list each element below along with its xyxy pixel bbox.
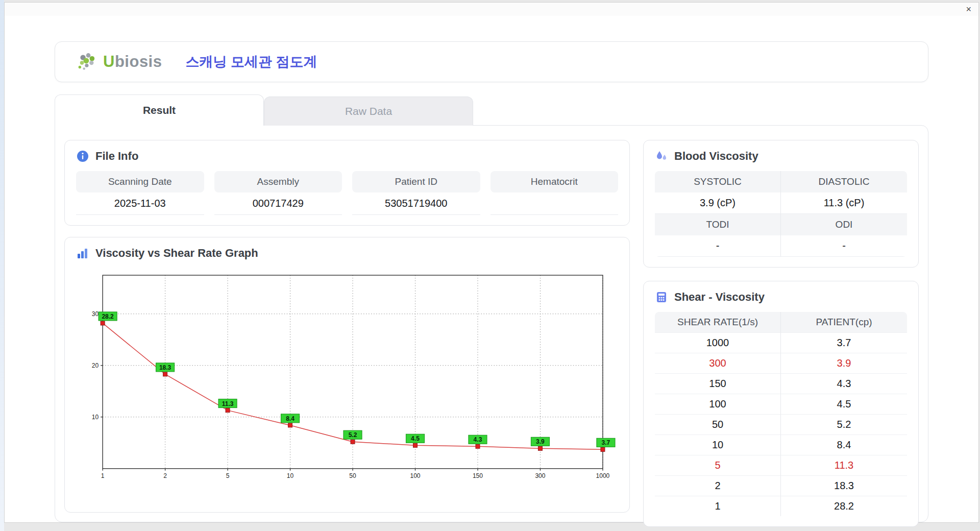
shear-viscosity-card: Shear - Viscosity SHEAR RATE(1/s) PATIEN… xyxy=(643,281,919,527)
field-assembly: Assembly 000717429 xyxy=(214,171,342,215)
field-label: Patient ID xyxy=(352,171,480,192)
viscosity-chart: 1020301251050100150300100028.218.311.38.… xyxy=(76,268,618,504)
blood-viscosity-header: Blood Viscosity xyxy=(655,150,907,163)
left-column: File Info Scanning Date 2025-11-03 Assem… xyxy=(64,140,630,513)
shear-viscosity-table: SHEAR RATE(1/s) PATIENT(cp) 1000 3.7 300… xyxy=(655,312,907,516)
field-hematocrit: Hematocrit xyxy=(491,171,619,215)
field-scanning-date: Scanning Date 2025-11-03 xyxy=(76,171,204,215)
bv-value-todi: - xyxy=(655,235,781,257)
sv-value: 3.9 xyxy=(781,353,907,373)
app-header: Ubiosis 스캐닝 모세관 점도계 xyxy=(55,41,928,82)
sv-value: 5.2 xyxy=(781,414,907,435)
sv-rate: 1 xyxy=(655,496,781,516)
field-label: Assembly xyxy=(214,171,342,192)
tab-raw-data[interactable]: Raw Data xyxy=(264,96,473,126)
tab-result[interactable]: Result xyxy=(55,94,264,126)
sv-rate: 50 xyxy=(655,414,781,435)
field-value: 2025-11-03 xyxy=(76,192,204,215)
sv-value: 28.2 xyxy=(781,496,907,516)
svg-text:8.4: 8.4 xyxy=(286,415,295,422)
sv-rate: 100 xyxy=(655,394,781,414)
field-value: 53051719400 xyxy=(352,192,480,215)
file-info-title: File Info xyxy=(95,150,138,163)
graph-title: Viscosity vs Shear Rate Graph xyxy=(95,247,258,260)
info-icon xyxy=(76,150,89,163)
field-label: Scanning Date xyxy=(76,171,204,192)
calculator-icon xyxy=(655,291,668,304)
field-value: 000717429 xyxy=(214,192,342,215)
svg-text:1000: 1000 xyxy=(596,472,610,479)
sv-rate: 2 xyxy=(655,475,781,496)
bv-header-odi: ODI xyxy=(781,214,907,235)
svg-text:150: 150 xyxy=(473,472,483,479)
file-info-header: File Info xyxy=(76,150,618,163)
shear-viscosity-header: Shear - Viscosity xyxy=(655,291,907,304)
svg-text:5.2: 5.2 xyxy=(349,431,357,439)
logo-text-rest: biosis xyxy=(115,53,162,70)
svg-text:300: 300 xyxy=(535,472,545,479)
file-info-fields: Scanning Date 2025-11-03 Assembly 000717… xyxy=(76,171,618,215)
logo-text: Ubiosis xyxy=(103,53,162,71)
field-patient-id: Patient ID 53051719400 xyxy=(352,171,480,215)
sv-rate: 150 xyxy=(655,373,781,394)
ubiosis-logo: Ubiosis xyxy=(76,51,162,73)
page-title: 스캐닝 모세관 점도계 xyxy=(185,53,317,71)
window-titlebar: × xyxy=(5,3,978,16)
sv-rate: 10 xyxy=(655,435,781,455)
svg-text:3.9: 3.9 xyxy=(536,438,545,445)
droplet-icon xyxy=(655,150,668,163)
svg-text:20: 20 xyxy=(92,362,99,369)
svg-text:10: 10 xyxy=(287,472,294,479)
bv-value-odi: - xyxy=(781,235,907,257)
sv-rate: 1000 xyxy=(655,332,781,353)
app-window: × Ubiosis 스캐닝 모세관 점도계 Res xyxy=(4,2,979,523)
sv-col-patient: PATIENT(cp) xyxy=(781,312,907,332)
blood-viscosity-card: Blood Viscosity SYSTOLIC DIASTOLIC 3.9 (… xyxy=(643,140,919,268)
graph-header: Viscosity vs Shear Rate Graph xyxy=(76,247,618,260)
bar-chart-icon xyxy=(76,247,89,260)
sv-rate: 300 xyxy=(655,353,781,373)
svg-text:4.3: 4.3 xyxy=(474,436,482,443)
svg-text:4.5: 4.5 xyxy=(411,435,420,442)
page: Ubiosis 스캐닝 모세관 점도계 Result Raw Data File xyxy=(5,16,978,522)
file-info-card: File Info Scanning Date 2025-11-03 Assem… xyxy=(64,140,630,226)
sv-value: 18.3 xyxy=(781,475,907,496)
bv-header-todi: TODI xyxy=(655,214,781,235)
sv-value: 4.3 xyxy=(781,373,907,394)
desktop-edge xyxy=(0,0,4,531)
bv-header-diastolic: DIASTOLIC xyxy=(781,171,907,192)
ubiosis-logo-icon xyxy=(76,51,100,73)
result-panel: File Info Scanning Date 2025-11-03 Assem… xyxy=(55,125,928,522)
logo-text-u: U xyxy=(103,53,115,70)
shear-viscosity-title: Shear - Viscosity xyxy=(674,291,765,304)
sv-col-shear-rate: SHEAR RATE(1/s) xyxy=(655,312,781,332)
bv-value-systolic: 3.9 (cP) xyxy=(655,192,781,214)
svg-text:2: 2 xyxy=(163,472,167,479)
bv-header-systolic: SYSTOLIC xyxy=(655,171,781,192)
svg-text:11.3: 11.3 xyxy=(222,400,234,407)
blood-viscosity-title: Blood Viscosity xyxy=(674,150,758,163)
svg-text:5: 5 xyxy=(226,472,230,479)
svg-text:1: 1 xyxy=(101,472,105,479)
sv-value: 8.4 xyxy=(781,435,907,455)
bv-value-diastolic: 11.3 (cP) xyxy=(781,192,907,214)
window-close-button[interactable]: × xyxy=(966,5,971,14)
svg-text:10: 10 xyxy=(92,414,99,421)
sv-value: 3.7 xyxy=(781,332,907,353)
sv-value: 11.3 xyxy=(781,455,907,475)
svg-text:50: 50 xyxy=(349,472,356,479)
tab-bar: Result Raw Data xyxy=(55,94,928,125)
svg-text:18.3: 18.3 xyxy=(159,364,172,371)
svg-text:3.7: 3.7 xyxy=(602,439,610,446)
graph-card: Viscosity vs Shear Rate Graph 1020301251… xyxy=(64,237,630,513)
right-column: Blood Viscosity SYSTOLIC DIASTOLIC 3.9 (… xyxy=(643,140,919,513)
sv-rate: 5 xyxy=(655,455,781,475)
field-label: Hematocrit xyxy=(491,171,619,192)
sv-value: 4.5 xyxy=(781,394,907,414)
blood-viscosity-table: SYSTOLIC DIASTOLIC 3.9 (cP) 11.3 (cP) TO… xyxy=(655,171,907,257)
svg-text:28.2: 28.2 xyxy=(102,313,114,320)
svg-text:100: 100 xyxy=(410,472,420,479)
svg-text:30: 30 xyxy=(92,310,99,318)
field-value xyxy=(491,192,619,215)
